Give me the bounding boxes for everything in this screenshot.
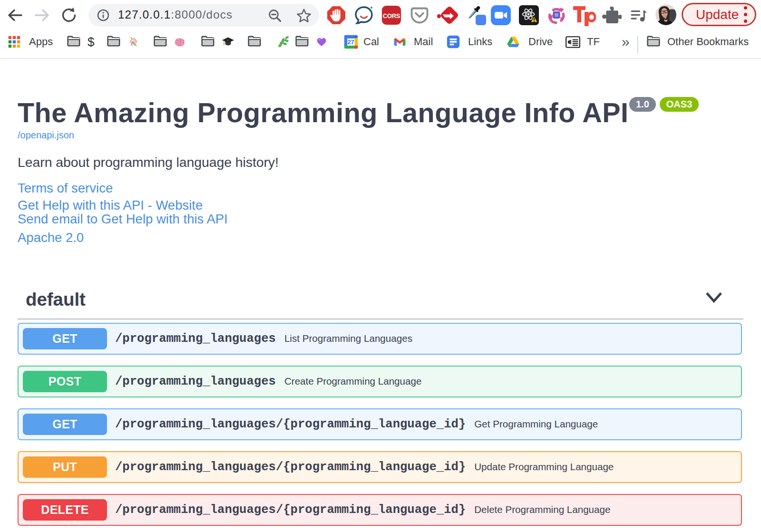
- music-playlist-icon[interactable]: [628, 0, 650, 30]
- endpoint-row[interactable]: PUT /programming_languages/{programming_…: [18, 451, 742, 483]
- collapse-chevron-icon[interactable]: [705, 291, 722, 303]
- endpoint-path: /programming_languages/{programming_lang…: [115, 460, 466, 474]
- bookmark-label: Other Bookmarks: [667, 36, 749, 48]
- graduation-cap-emoji-icon: [222, 37, 234, 47]
- api-title-row: The Amazing Programming Language Info AP…: [18, 99, 742, 127]
- playlist-icon: [629, 5, 649, 25]
- bookmark-label: Apps: [29, 36, 53, 48]
- folder-icon: [67, 35, 81, 48]
- bookmark-folder-gradcap[interactable]: [201, 30, 234, 54]
- bookmark-label: TF: [587, 36, 600, 48]
- bubble-icon: [353, 5, 374, 26]
- browser-toolbar: 127.0.0.1:8000/docs CORS Update: [0, 0, 761, 30]
- page-info-icon[interactable]: [96, 8, 110, 22]
- bookmark-folder-dollar[interactable]: $: [67, 30, 94, 54]
- puzzle-icon: [601, 5, 622, 26]
- folder-icon: [153, 35, 167, 48]
- api-description: Learn about programming language history…: [18, 155, 742, 170]
- bookmark-mail[interactable]: Mail: [393, 30, 433, 54]
- react-devtools-icon[interactable]: [518, 0, 540, 30]
- method-badge: POST: [23, 371, 107, 392]
- toggl-plan-icon[interactable]: [573, 0, 595, 30]
- zoom-out-icon[interactable]: [267, 8, 283, 23]
- bookmark-folder-brain[interactable]: [153, 30, 186, 54]
- cors-icon: CORS: [381, 5, 402, 26]
- bookmark-tf[interactable]: TF: [566, 30, 600, 54]
- license-links: Apache 2.0: [18, 231, 742, 244]
- contact-email-link[interactable]: Send email to Get Help with this API: [18, 212, 742, 226]
- endpoint-summary: List Programming Languages: [284, 333, 412, 344]
- extensions-puzzle-icon[interactable]: [600, 0, 622, 30]
- openapi-json-link[interactable]: /openapi.json: [18, 130, 74, 141]
- zoom-video-icon[interactable]: [490, 0, 512, 30]
- cors-icon[interactable]: CORS: [380, 0, 402, 30]
- update-button[interactable]: Update: [682, 3, 756, 26]
- oas3-badge: OAS3: [660, 97, 699, 112]
- bookmark-star-icon[interactable]: [296, 8, 312, 24]
- endpoint-summary: Get Programming Language: [474, 418, 598, 430]
- color-eyedropper-icon[interactable]: [465, 0, 487, 30]
- endpoint-row[interactable]: GET /programming_languages List Programm…: [18, 323, 742, 355]
- method-badge: PUT: [23, 456, 107, 478]
- terms-of-service-link[interactable]: Terms of service: [18, 181, 742, 196]
- tag-section-default[interactable]: default: [18, 289, 743, 319]
- purple-heart-emoji-icon: [316, 37, 327, 47]
- google-drive-icon: [507, 36, 520, 48]
- bookmarks-overflow-chevron[interactable]: »: [622, 30, 630, 54]
- method-badge: GET: [23, 328, 107, 349]
- forward-icon[interactable]: [32, 0, 51, 30]
- operations-list: GET /programming_languages List Programm…: [18, 323, 742, 526]
- endpoint-summary: Update Programming Language: [474, 461, 614, 473]
- bookmark-drive[interactable]: Drive: [507, 30, 553, 54]
- api-info-links: Terms of service Get Help with this API …: [18, 181, 742, 245]
- info-icon: [96, 8, 110, 22]
- bookmark-cal[interactable]: 27 Cal: [343, 30, 379, 54]
- pocket-icon: [410, 5, 429, 25]
- endpoint-path: /programming_languages/{programming_lang…: [115, 503, 466, 517]
- license-link[interactable]: Apache 2.0: [18, 231, 742, 244]
- profile-avatar[interactable]: [655, 4, 676, 25]
- swagger-ui-page: The Amazing Programming Language Info AP…: [0, 59, 761, 532]
- other-bookmarks[interactable]: Other Bookmarks: [646, 30, 749, 54]
- bookmark-folder-carousel[interactable]: [107, 30, 139, 54]
- recycle-pink-icon[interactable]: [546, 0, 567, 30]
- adblock-hand-icon[interactable]: [325, 0, 347, 30]
- reload-icon[interactable]: [59, 0, 78, 30]
- bookmark-apps[interactable]: Apps: [8, 30, 53, 54]
- avatar-icon: [655, 4, 676, 25]
- back-icon[interactable]: [6, 0, 25, 30]
- bookmark-label: Cal: [363, 36, 379, 48]
- contact-links: Get Help with this API - Website Send em…: [18, 198, 742, 226]
- red-diamond-arrow-icon[interactable]: [437, 0, 459, 30]
- card-megaphone-icon: [566, 36, 580, 48]
- star-icon: [296, 8, 312, 24]
- adblock-icon: [326, 5, 346, 25]
- chevron-icon: [705, 291, 722, 303]
- bookmark-label: $: [88, 35, 94, 49]
- svg-text:27: 27: [347, 39, 354, 46]
- browser-menu-dots-icon[interactable]: [744, 6, 747, 23]
- bookmark-links[interactable]: Links: [447, 30, 492, 54]
- endpoint-path: /programming_languages: [115, 332, 276, 346]
- address-bar[interactable]: 127.0.0.1:8000/docs: [88, 4, 319, 27]
- pocket-icon[interactable]: [409, 0, 430, 30]
- endpoint-summary: Delete Programming Language: [474, 504, 610, 515]
- react-icon: [518, 5, 539, 26]
- endpoint-row[interactable]: POST /programming_languages Create Progr…: [18, 366, 742, 397]
- bookmarks-divider: [637, 36, 638, 53]
- chat-bubble-icon[interactable]: [353, 0, 375, 30]
- update-label: Update: [696, 7, 739, 22]
- bookmark-label: Mail: [414, 36, 433, 48]
- url-text[interactable]: 127.0.0.1:8000/docs: [118, 8, 233, 21]
- gmail-icon: [393, 37, 406, 47]
- version-badge: 1.0: [629, 97, 656, 112]
- endpoint-row[interactable]: GET /programming_languages/{programming_…: [18, 408, 742, 440]
- api-title: The Amazing Programming Language Info AP…: [18, 97, 629, 128]
- reddiamond-icon: [436, 5, 459, 26]
- section-title: default: [26, 289, 86, 310]
- bookmark-folder-heart[interactable]: [295, 30, 327, 54]
- endpoint-row[interactable]: DELETE /programming_languages/{programmi…: [18, 494, 742, 526]
- overflow-chevron-glyph: »: [622, 34, 630, 50]
- bookmark-folder-herb[interactable]: [247, 30, 290, 54]
- contact-website-link[interactable]: Get Help with this API - Website: [18, 198, 742, 212]
